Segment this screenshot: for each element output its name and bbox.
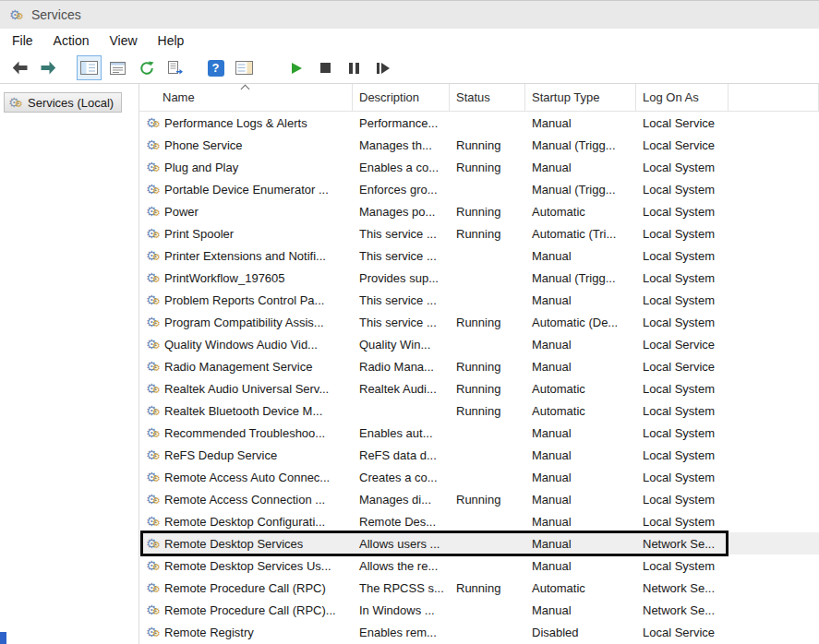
service-description: Remote Des... [353, 510, 450, 532]
service-row[interactable]: ⚙⚙ Remote Desktop Configurati... Remote … [139, 510, 819, 532]
service-row[interactable]: ⚙⚙ Print Spooler This service ... Runnin… [139, 222, 819, 244]
service-row[interactable]: ⚙⚙ Remote Procedure Call (RPC)... In Win… [139, 599, 819, 621]
service-startup-type: Manual [525, 444, 636, 466]
service-row[interactable]: ⚙⚙ Remote Access Auto Connec... Creates … [139, 466, 819, 488]
services-list-pane: Name Description Status Startup Type Log… [139, 84, 819, 644]
service-startup-type: Manual [525, 112, 636, 134]
service-row[interactable]: ⚙⚙ Phone Service Manages th... Running M… [139, 134, 819, 156]
service-gear-icon: ⚙⚙ [146, 470, 161, 484]
service-row[interactable]: ⚙⚙ Realtek Audio Universal Serv... Realt… [139, 377, 819, 400]
service-log-on-as: Local System [636, 555, 729, 577]
service-name: Remote Registry [164, 626, 254, 639]
service-startup-type: Manual [525, 466, 636, 488]
service-startup-type: Manual [525, 599, 636, 621]
service-gear-icon: ⚙⚙ [146, 315, 161, 329]
service-name: Realtek Audio Universal Serv... [164, 382, 329, 396]
forward-icon[interactable] [36, 55, 61, 80]
back-icon[interactable] [7, 55, 32, 80]
service-gear-icon: ⚙⚙ [146, 580, 161, 595]
refresh-icon[interactable] [134, 55, 159, 80]
column-header-startup-type[interactable]: Startup Type [525, 84, 636, 112]
service-status [450, 466, 525, 488]
sidebar-item-services-local[interactable]: ⚙⚙ Services (Local) [4, 92, 122, 113]
service-name: Remote Desktop Services [164, 537, 303, 551]
service-log-on-as: Network Se... [636, 577, 729, 599]
service-gear-icon: ⚙⚙ [146, 292, 161, 307]
service-gear-icon: ⚙⚙ [146, 514, 161, 529]
services-window: ⚙⚙ Services File Action View Help ? [0, 0, 819, 644]
service-row[interactable]: ⚙⚙ Program Compatibility Assis... This s… [139, 311, 819, 333]
menu-action[interactable]: Action [43, 30, 100, 51]
service-status: Running [450, 488, 525, 510]
show-action-pane-icon[interactable] [232, 55, 257, 80]
service-row[interactable]: ⚙⚙ Quality Windows Audio Vid... Quality … [139, 333, 819, 355]
properties-icon[interactable] [105, 55, 130, 80]
service-startup-type: Manual [525, 510, 636, 532]
service-log-on-as: Local System [636, 466, 729, 488]
service-row[interactable]: ⚙⚙ Performance Logs & Alerts Performance… [139, 112, 819, 134]
export-list-icon[interactable] [163, 55, 187, 80]
service-description: Radio Mana... [353, 355, 450, 377]
service-log-on-as: Local Service [636, 134, 729, 156]
column-header-description[interactable]: Description [353, 84, 450, 112]
service-startup-type: Manual (Trigg... [525, 134, 636, 156]
service-startup-type: Automatic (De... [525, 311, 636, 333]
service-row[interactable]: ⚙⚙ Portable Device Enumerator ... Enforc… [139, 178, 819, 200]
menu-view[interactable]: View [99, 30, 147, 51]
service-row[interactable]: ⚙⚙ Remote Access Connection ... Manages … [139, 488, 819, 510]
column-header-log-on-as[interactable]: Log On As [636, 84, 729, 112]
service-row[interactable]: ⚙⚙ PrintWorkflow_197605 Provides sup... … [139, 267, 819, 289]
show-console-tree-icon[interactable] [77, 55, 102, 80]
service-log-on-as: Local System [636, 444, 729, 466]
service-row[interactable]: ⚙⚙ Remote Procedure Call (RPC) The RPCSS… [139, 577, 819, 599]
service-row[interactable]: ⚙⚙ Remote Desktop Services Allows users … [139, 532, 819, 555]
service-row[interactable]: ⚙⚙ Remote Desktop Services Us... Allows … [139, 555, 819, 577]
service-row[interactable]: ⚙⚙ Plug and Play Enables a co... Running… [139, 156, 819, 178]
service-name: Radio Management Service [164, 360, 312, 374]
service-status [450, 444, 525, 466]
service-status [450, 621, 525, 643]
service-status [450, 289, 525, 311]
service-row[interactable]: ⚙⚙ Radio Management Service Radio Mana..… [139, 355, 819, 377]
help-icon[interactable]: ? [203, 55, 228, 80]
service-status [450, 267, 525, 289]
start-service-icon[interactable] [284, 55, 309, 80]
service-startup-type: Manual [525, 488, 636, 510]
service-gear-icon: ⚙⚙ [146, 403, 161, 418]
service-name: Phone Service [164, 138, 243, 152]
service-gear-icon: ⚙⚙ [146, 625, 161, 639]
service-startup-type: Automatic (Tri... [525, 222, 636, 244]
service-row[interactable]: ⚙⚙ Realtek Bluetooth Device M... Running… [139, 400, 819, 422]
service-row[interactable]: ⚙⚙ ReFS Dedup Service ReFS data d... Man… [139, 444, 819, 466]
service-gear-icon: ⚙⚙ [146, 204, 161, 219]
menu-file[interactable]: File [2, 30, 43, 51]
service-description: The RPCSS s... [353, 577, 450, 599]
service-startup-type: Automatic [525, 400, 636, 422]
column-header-status[interactable]: Status [450, 84, 525, 112]
service-log-on-as: Local System [636, 200, 729, 222]
service-log-on-as: Network Se... [636, 599, 729, 621]
service-status: Running [450, 156, 525, 178]
pause-service-icon[interactable] [342, 55, 367, 80]
menu-help[interactable]: Help [148, 30, 195, 51]
service-name: Remote Desktop Services Us... [164, 559, 331, 573]
service-description: This service ... [353, 311, 450, 333]
service-row[interactable]: ⚙⚙ Printer Extensions and Notifi... This… [139, 244, 819, 267]
service-name: Remote Access Connection ... [164, 493, 325, 507]
column-header-name[interactable]: Name [139, 84, 353, 112]
service-startup-type: Automatic [525, 377, 636, 400]
service-row[interactable]: ⚙⚙ Power Manages po... Running Automatic… [139, 200, 819, 222]
service-log-on-as: Local System [636, 488, 729, 510]
window-title: Services [31, 7, 81, 22]
service-row[interactable]: ⚙⚙ Recommended Troubleshoo... Enables au… [139, 422, 819, 444]
restart-service-icon[interactable] [370, 55, 395, 80]
service-row[interactable]: ⚙⚙ Remote Registry Enables rem... Disabl… [139, 621, 819, 643]
service-name: Printer Extensions and Notifi... [164, 249, 326, 263]
service-name: Problem Reports Control Pa... [164, 293, 324, 307]
service-gear-icon: ⚙⚙ [146, 536, 161, 551]
service-startup-type: Manual (Trigg... [525, 178, 636, 200]
stop-service-icon[interactable] [313, 55, 338, 80]
service-name: Realtek Bluetooth Device M... [164, 404, 322, 418]
service-row[interactable]: ⚙⚙ Problem Reports Control Pa... This se… [139, 289, 819, 311]
service-gear-icon: ⚙⚙ [146, 492, 161, 507]
